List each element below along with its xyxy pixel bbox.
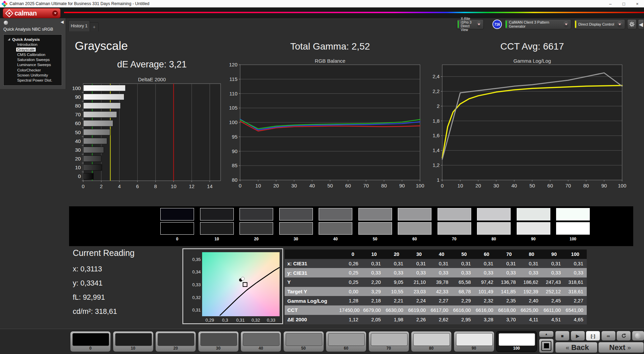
table-cell: 0,31	[474, 261, 497, 266]
svg-text:100: 100	[618, 183, 626, 188]
table-header-cell: 20	[384, 252, 407, 257]
settings-gear-button[interactable]	[627, 19, 637, 29]
pattern-generator-caret-icon[interactable]	[563, 21, 569, 27]
current-reading-title: Current Reading	[73, 248, 134, 258]
table-cell: 2,62	[429, 317, 452, 322]
sidebar-item-screen-uniformity[interactable]: Screen Uniformity	[4, 72, 62, 78]
svg-text:12: 12	[189, 183, 195, 189]
pattern-generator-dropdown[interactable]: CalMAN Client 3 Pattern Generator	[505, 19, 571, 29]
stop-large-button[interactable]	[539, 338, 554, 353]
pattern-button-30[interactable]: 30	[198, 331, 239, 352]
swatch-column-label: 60	[398, 237, 431, 241]
blank-orb-icon	[635, 333, 641, 339]
tab-history-1[interactable]: History 1	[68, 20, 90, 31]
pattern-label: 0	[70, 346, 110, 351]
actual-swatch-10	[200, 208, 234, 220]
new-tab-button[interactable]: +	[90, 22, 99, 31]
sidebar-item-grayscale[interactable]: Grayscale	[4, 47, 62, 52]
table-cell: 4,11	[519, 317, 542, 322]
pattern-generator-status-bar	[506, 21, 507, 28]
pattern-button-90[interactable]: 90	[454, 331, 494, 352]
table-cell: 2,05	[362, 317, 384, 322]
pattern-button-50[interactable]: 50	[283, 331, 324, 352]
logo-dropdown-caret-icon[interactable]	[52, 10, 58, 16]
pattern-tray: 0102030405060708090100▲■▶[·]∞«BackNext»	[0, 329, 644, 354]
current-reading-y: y: 0,3341	[73, 279, 102, 288]
transport-loop-button[interactable]	[616, 331, 631, 341]
sidebar-item-cms-calibration[interactable]: CMS Calibration	[4, 52, 62, 57]
svg-text:85: 85	[232, 163, 237, 168]
tree-expander-icon[interactable]	[8, 38, 10, 40]
sidebar-item-introduction[interactable]: Introduction	[4, 42, 62, 47]
swatch-column-label: 80	[477, 237, 511, 241]
meter-badge[interactable]: 716	[492, 20, 502, 29]
table-cell: 65,58	[452, 279, 474, 285]
svg-text:70: 70	[363, 183, 369, 188]
cie-xtick: 0,32	[248, 318, 263, 323]
sidebar-item-colorchecker[interactable]: ColorChecker	[4, 67, 62, 72]
pattern-swatch	[286, 333, 322, 346]
sidebar-item-saturation-sweeps[interactable]: Saturation Sweeps	[4, 57, 62, 62]
de-average-label: dE Average: 3,21	[83, 59, 221, 70]
sidebar-collapse-icon[interactable]: ◀	[61, 20, 64, 24]
table-cell: 136,78	[497, 279, 519, 285]
svg-text:50: 50	[529, 183, 535, 188]
maximize-button[interactable]: □	[617, 0, 631, 7]
tree-root-quick-analysis[interactable]: Quick Analysis	[4, 37, 62, 42]
target-swatch-70	[438, 222, 471, 235]
pattern-button-40[interactable]: 40	[240, 331, 281, 352]
display-control-dropdown[interactable]: Direct Display Control	[574, 19, 625, 29]
actual-swatch-80	[477, 208, 511, 220]
table-header-row: 0102030405060708090100	[285, 249, 587, 259]
next-button[interactable]: Next»	[598, 342, 644, 353]
pattern-button-60[interactable]: 60	[326, 331, 366, 352]
table-cell: 3,29	[362, 289, 384, 294]
svg-text:1,6: 1,6	[432, 132, 440, 138]
sidebar-orb-button[interactable]	[3, 20, 8, 25]
tray-toggle-button[interactable]: ▲	[539, 331, 554, 337]
transport-extra-button[interactable]	[632, 331, 644, 341]
table-cell: 6617,00	[429, 307, 452, 313]
svg-text:10: 10	[171, 183, 176, 189]
pattern-button-80[interactable]: 80	[411, 331, 452, 352]
transport-stop-button[interactable]: ■	[555, 331, 570, 341]
calman-logo-button[interactable]: calman	[3, 8, 61, 18]
transport-play-button[interactable]: ▶	[571, 331, 585, 341]
app-header: calman	[0, 7, 644, 18]
table-cell: 0,31	[519, 261, 542, 266]
transport-continuous-button[interactable]: ∞	[601, 331, 616, 341]
sidebar-item-luminance-sweeps[interactable]: Luminance Sweeps	[4, 62, 62, 67]
svg-text:4: 4	[118, 183, 121, 189]
table-cell: 6679,00	[362, 307, 384, 313]
svg-text:110: 110	[229, 91, 237, 96]
sidebar-item-spectral-power-dist-[interactable]: Spectral Power Dist.	[4, 78, 62, 83]
app-icon	[1, 1, 7, 7]
back-button[interactable]: «Back	[555, 342, 598, 353]
measurement-table: 0102030405060708090100x: CIE310,260,310,…	[285, 249, 587, 324]
close-button[interactable]: ×	[631, 0, 644, 7]
pattern-button-20[interactable]: 20	[155, 331, 196, 352]
minimize-button[interactable]: –	[604, 0, 617, 7]
actual-swatch-100	[556, 208, 590, 220]
meter-dropdown[interactable]: X-Rite i1Pro 3 Direct View	[457, 19, 484, 29]
meter-caret-icon[interactable]	[477, 21, 481, 27]
pattern-button-10[interactable]: 10	[113, 331, 154, 352]
svg-text:40: 40	[75, 138, 81, 144]
transport-single-measure-button[interactable]: [·]	[586, 331, 600, 341]
table-cell: 0,33	[542, 270, 564, 275]
table-cell: 2,35	[497, 298, 519, 303]
table-cell: 0,33	[497, 270, 519, 275]
stop-square-icon	[541, 341, 551, 351]
svg-text:95: 95	[232, 134, 237, 140]
svg-text:0: 0	[78, 173, 81, 179]
target-swatch-50	[358, 222, 392, 235]
pattern-button-70[interactable]: 70	[368, 331, 409, 352]
meter-status-bar	[458, 21, 459, 28]
panel-collapse-button[interactable]: ◀	[638, 19, 644, 29]
table-cell: 141,85	[497, 289, 519, 294]
cie-xtick: 0,33	[264, 318, 279, 323]
pattern-button-100[interactable]: 100	[496, 331, 537, 352]
pattern-button-0[interactable]: 0	[70, 331, 111, 352]
display-control-caret-icon[interactable]	[617, 21, 623, 27]
table-cell: 2,45	[542, 298, 564, 303]
